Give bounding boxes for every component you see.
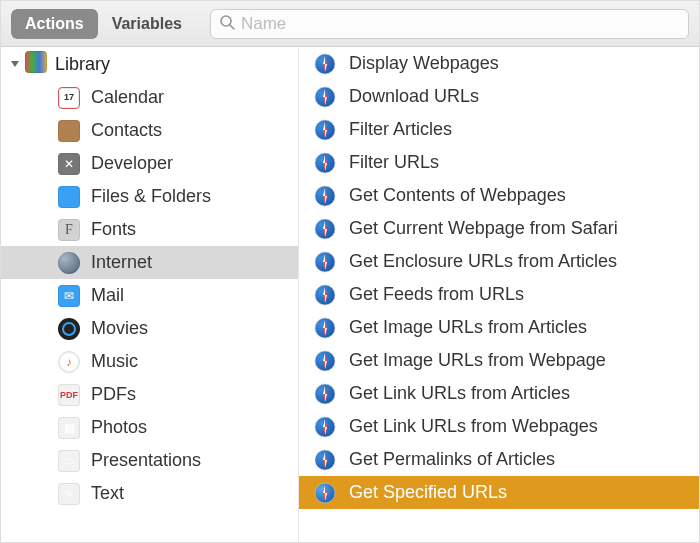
action-label: Filter URLs (349, 152, 439, 173)
sidebar-item-label: PDFs (91, 384, 136, 405)
action-label: Get Specified URLs (349, 482, 507, 503)
action-row[interactable]: Get Link URLs from Articles (299, 377, 699, 410)
sidebar-item-label: Mail (91, 285, 124, 306)
action-label: Get Link URLs from Webpages (349, 416, 598, 437)
action-row[interactable]: Get Image URLs from Articles (299, 311, 699, 344)
calendar-icon: 17 (57, 86, 81, 110)
action-row[interactable]: Get Link URLs from Webpages (299, 410, 699, 443)
action-row[interactable]: Display Webpages (299, 47, 699, 80)
library-icon (25, 51, 47, 77)
action-label: Filter Articles (349, 119, 452, 140)
pdf-icon: PDF (57, 383, 81, 407)
action-row[interactable]: Get Specified URLs (299, 476, 699, 509)
photos-icon: ▦ (57, 416, 81, 440)
action-label: Get Image URLs from Articles (349, 317, 587, 338)
safari-icon (313, 151, 337, 175)
mail-icon: ✉ (57, 284, 81, 308)
internet-icon (57, 251, 81, 275)
safari-icon (313, 184, 337, 208)
text-icon: ✎ (57, 482, 81, 506)
tab-variables[interactable]: Variables (98, 9, 196, 39)
action-label: Display Webpages (349, 53, 499, 74)
sidebar-item-presentations[interactable]: ▭Presentations (1, 444, 298, 477)
tab-actions[interactable]: Actions (11, 9, 98, 39)
finder-icon (57, 185, 81, 209)
search-field-wrap[interactable] (210, 9, 689, 39)
sidebar-item-files[interactable]: Files & Folders (1, 180, 298, 213)
action-row[interactable]: Get Enclosure URLs from Articles (299, 245, 699, 278)
sidebar-item-calendar[interactable]: 17Calendar (1, 81, 298, 114)
action-row[interactable]: Get Feeds from URLs (299, 278, 699, 311)
library-root-label: Library (55, 54, 110, 75)
actions-list[interactable]: Display WebpagesDownload URLsFilter Arti… (299, 47, 699, 542)
sidebar-item-fonts[interactable]: FFonts (1, 213, 298, 246)
safari-icon (313, 283, 337, 307)
safari-icon (313, 316, 337, 340)
sidebar-item-label: Fonts (91, 219, 136, 240)
movies-icon (57, 317, 81, 341)
sidebar-item-label: Internet (91, 252, 152, 273)
sidebar-item-label: Developer (91, 153, 173, 174)
library-sidebar[interactable]: Library 17CalendarContacts✕DeveloperFile… (1, 47, 299, 542)
library-root[interactable]: Library (1, 47, 298, 81)
sidebar-item-text[interactable]: ✎Text (1, 477, 298, 510)
action-label: Get Permalinks of Articles (349, 449, 555, 470)
safari-icon (313, 415, 337, 439)
sidebar-item-label: Movies (91, 318, 148, 339)
action-row[interactable]: Filter URLs (299, 146, 699, 179)
safari-icon (313, 382, 337, 406)
sidebar-item-label: Music (91, 351, 138, 372)
contacts-icon (57, 119, 81, 143)
action-label: Download URLs (349, 86, 479, 107)
safari-icon (313, 52, 337, 76)
action-row[interactable]: Filter Articles (299, 113, 699, 146)
sidebar-item-mail[interactable]: ✉Mail (1, 279, 298, 312)
content-split: Library 17CalendarContacts✕DeveloperFile… (1, 47, 699, 542)
sidebar-item-pdfs[interactable]: PDFPDFs (1, 378, 298, 411)
action-row[interactable]: Get Current Webpage from Safari (299, 212, 699, 245)
action-label: Get Enclosure URLs from Articles (349, 251, 617, 272)
sidebar-item-movies[interactable]: Movies (1, 312, 298, 345)
sidebar-item-internet[interactable]: Internet (1, 246, 298, 279)
sidebar-item-label: Files & Folders (91, 186, 211, 207)
sidebar-item-label: Photos (91, 417, 147, 438)
action-label: Get Image URLs from Webpage (349, 350, 606, 371)
sidebar-item-music[interactable]: Music (1, 345, 298, 378)
sidebar-item-developer[interactable]: ✕Developer (1, 147, 298, 180)
search-icon (219, 14, 235, 34)
safari-icon (313, 217, 337, 241)
action-label: Get Link URLs from Articles (349, 383, 570, 404)
toolbar: Actions Variables (1, 1, 699, 47)
fonts-icon: F (57, 218, 81, 242)
sidebar-item-contacts[interactable]: Contacts (1, 114, 298, 147)
sidebar-item-label: Calendar (91, 87, 164, 108)
safari-icon (313, 118, 337, 142)
safari-icon (313, 250, 337, 274)
mode-segmented-control: Actions Variables (11, 9, 196, 39)
svg-line-1 (230, 25, 234, 29)
action-row[interactable]: Download URLs (299, 80, 699, 113)
automator-library-window: Actions Variables Library 17CalendarCont… (0, 0, 700, 543)
action-row[interactable]: Get Image URLs from Webpage (299, 344, 699, 377)
disclosure-triangle-icon[interactable] (9, 58, 21, 70)
safari-icon (313, 481, 337, 505)
search-input[interactable] (241, 14, 680, 34)
action-row[interactable]: Get Contents of Webpages (299, 179, 699, 212)
svg-marker-2 (11, 61, 19, 67)
safari-icon (313, 448, 337, 472)
sidebar-item-label: Contacts (91, 120, 162, 141)
sidebar-item-label: Text (91, 483, 124, 504)
safari-icon (313, 85, 337, 109)
presentations-icon: ▭ (57, 449, 81, 473)
action-label: Get Feeds from URLs (349, 284, 524, 305)
action-label: Get Contents of Webpages (349, 185, 566, 206)
action-label: Get Current Webpage from Safari (349, 218, 618, 239)
music-icon (57, 350, 81, 374)
sidebar-item-photos[interactable]: ▦Photos (1, 411, 298, 444)
developer-icon: ✕ (57, 152, 81, 176)
sidebar-item-label: Presentations (91, 450, 201, 471)
action-row[interactable]: Get Permalinks of Articles (299, 443, 699, 476)
safari-icon (313, 349, 337, 373)
